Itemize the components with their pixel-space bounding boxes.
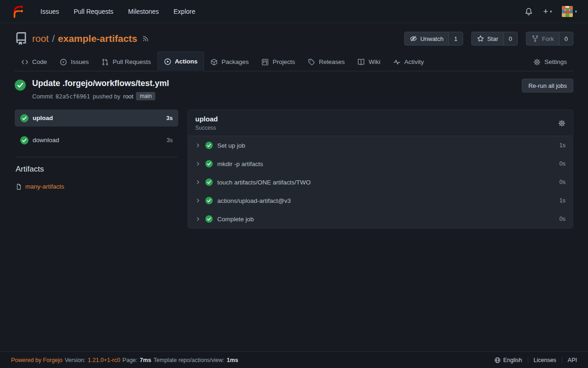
tab-projects[interactable]: Projects xyxy=(255,52,301,71)
tab-wiki[interactable]: Wiki xyxy=(351,52,387,71)
step-name: mkdir -p artifacts xyxy=(217,161,263,167)
job-steps-list: Set up job 1s mkdir -p artifacts 0s touc… xyxy=(188,136,573,228)
file-icon xyxy=(16,184,22,190)
job-status: Success xyxy=(195,125,218,131)
tab-issues[interactable]: Issues xyxy=(53,52,95,71)
chevron-right-icon xyxy=(195,198,201,203)
gear-icon xyxy=(533,58,541,66)
issue-circle-icon xyxy=(60,58,67,66)
step-row-mkdir[interactable]: mkdir -p artifacts 0s xyxy=(188,155,573,173)
eye-off-icon xyxy=(410,35,417,42)
job-options-gear-icon[interactable] xyxy=(558,120,565,127)
commit-sha-link[interactable]: 82a5cf6961 xyxy=(56,93,90,100)
step-name: actions/upload-artifact@v3 xyxy=(217,197,291,204)
tab-label: Releases xyxy=(319,58,345,65)
run-title: Update .forgejo/workflows/test.yml xyxy=(32,79,169,88)
tab-settings[interactable]: Settings xyxy=(527,52,573,71)
rss-icon[interactable] xyxy=(142,35,149,42)
forgejo-logo[interactable] xyxy=(11,5,25,18)
artifact-item[interactable]: many-artifacts xyxy=(15,183,178,190)
step-row-touch[interactable]: touch artifacts/ONE artifacts/TWO 0s xyxy=(188,173,573,191)
success-check-icon xyxy=(205,215,213,223)
unwatch-button[interactable]: Unwatch xyxy=(405,32,449,45)
tab-releases[interactable]: Releases xyxy=(301,52,351,71)
page-time-label: Page: xyxy=(123,357,138,363)
run-titles: Update .forgejo/workflows/test.yml Commi… xyxy=(32,79,169,100)
chevron-down-icon: ▾ xyxy=(575,9,577,14)
divider xyxy=(16,157,177,157)
tab-actions[interactable]: Actions xyxy=(158,52,204,71)
job-item-upload[interactable]: upload 3s xyxy=(15,109,178,126)
fork-button[interactable]: Fork xyxy=(526,32,559,45)
pushed-by-label: pushed by xyxy=(93,93,120,100)
plus-icon: + xyxy=(543,7,548,16)
artifacts-heading: Artifacts xyxy=(15,165,178,174)
api-link[interactable]: API xyxy=(568,357,577,363)
author-link[interactable]: root xyxy=(123,93,133,100)
nav-pull-requests[interactable]: Pull Requests xyxy=(66,0,120,23)
tab-label: Settings xyxy=(544,58,567,65)
repo-header: root / example-artifacts Unwatch 1 xyxy=(0,23,588,71)
globe-icon xyxy=(494,357,501,363)
chevron-right-icon xyxy=(195,179,201,185)
template-time-label: Template repo/actions/view: xyxy=(153,357,224,363)
play-circle-icon xyxy=(164,58,171,65)
success-check-icon xyxy=(205,160,213,167)
branch-badge[interactable]: main xyxy=(136,92,155,100)
tab-pull-requests[interactable]: Pull Requests xyxy=(95,52,157,71)
tab-code[interactable]: Code xyxy=(15,52,53,71)
step-row-complete-job[interactable]: Complete job 0s xyxy=(188,210,573,228)
tab-activity[interactable]: Activity xyxy=(387,52,430,71)
repo-title-row: root / example-artifacts Unwatch 1 xyxy=(15,30,573,47)
success-check-icon xyxy=(205,197,213,204)
step-row-setup-job[interactable]: Set up job 1s xyxy=(188,136,573,155)
artifact-download-link[interactable]: many-artifacts xyxy=(25,183,64,190)
job-name: download xyxy=(33,137,59,144)
tag-icon xyxy=(308,58,315,66)
stars-count[interactable]: 0 xyxy=(503,32,517,45)
nav-milestones[interactable]: Milestones xyxy=(121,0,166,23)
repo-name-link[interactable]: example-artifacts xyxy=(58,33,137,44)
page-time-value: 7ms xyxy=(140,357,151,363)
watchers-count[interactable]: 1 xyxy=(448,32,462,45)
star-button-group: Star 0 xyxy=(471,32,518,46)
run-body: upload 3s download 3s Artifacts many-art… xyxy=(15,109,573,229)
step-name: Complete job xyxy=(217,216,254,223)
job-item-download[interactable]: download 3s xyxy=(15,132,178,149)
star-button[interactable]: Star xyxy=(472,32,503,45)
star-label: Star xyxy=(487,35,498,42)
job-detail-panel: upload Success Set up job 1s xyxy=(187,109,573,229)
watch-button-group: Unwatch 1 xyxy=(404,32,463,46)
step-duration: 1s xyxy=(560,197,565,204)
repo-owner-link[interactable]: root xyxy=(32,33,49,44)
footer: Powered by Forgejo Version: 1.21.0+1-rc0… xyxy=(0,351,588,368)
licenses-link[interactable]: Licenses xyxy=(534,357,556,363)
job-name: upload xyxy=(33,115,53,121)
success-check-icon xyxy=(205,178,213,186)
tab-label: Code xyxy=(32,58,47,65)
run-meta: Commit 82a5cf6961 pushed by root main xyxy=(32,92,169,100)
tab-packages[interactable]: Packages xyxy=(204,52,255,71)
nav-explore[interactable]: Explore xyxy=(166,0,203,23)
notifications-button[interactable] xyxy=(525,7,533,16)
footer-left: Powered by Forgejo Version: 1.21.0+1-rc0… xyxy=(11,357,238,363)
nav-issues[interactable]: Issues xyxy=(33,0,66,23)
code-icon xyxy=(21,58,28,66)
step-name: touch artifacts/ONE artifacts/TWO xyxy=(217,179,311,186)
user-menu[interactable]: ▾ xyxy=(562,6,577,17)
page: Issues Pull Requests Milestones Explore … xyxy=(0,0,588,368)
language-selector[interactable]: English xyxy=(494,357,522,363)
version-label: Version: xyxy=(65,357,85,363)
version-link[interactable]: 1.21.0+1-rc0 xyxy=(88,357,120,363)
success-check-icon xyxy=(15,80,26,91)
bell-icon xyxy=(525,7,533,16)
rerun-all-jobs-button[interactable]: Re-run all jobs xyxy=(522,79,573,92)
create-new-menu[interactable]: + ▾ xyxy=(543,7,552,16)
package-icon xyxy=(210,58,218,66)
powered-by-link[interactable]: Powered by Forgejo xyxy=(11,357,62,363)
step-row-upload-artifact[interactable]: actions/upload-artifact@v3 1s xyxy=(188,191,573,210)
forks-count[interactable]: 0 xyxy=(559,32,573,45)
forgejo-logo-icon xyxy=(11,5,25,18)
top-navbar: Issues Pull Requests Milestones Explore … xyxy=(0,0,588,23)
divider xyxy=(562,357,562,363)
